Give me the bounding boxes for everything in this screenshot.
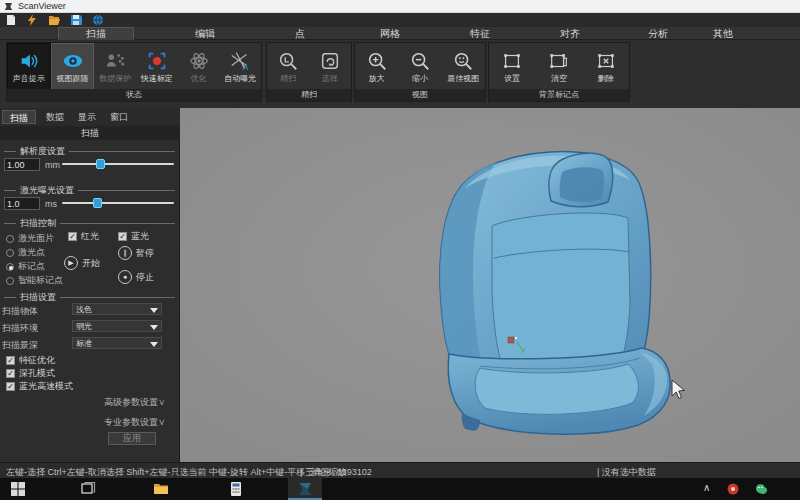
best-view-button[interactable]: 最佳视图: [442, 43, 485, 90]
open-folder-icon[interactable]: [48, 14, 60, 26]
scan-depth-dropdown[interactable]: 标准: [72, 337, 162, 349]
resolution-slider[interactable]: [62, 158, 174, 170]
file-explorer-icon[interactable]: [153, 481, 169, 497]
slider-handle[interactable]: [96, 159, 105, 169]
scanviewer-taskbar-button[interactable]: [288, 478, 322, 500]
radio-dot: [6, 263, 14, 271]
checkbox-deep-hole-mode[interactable]: ✓深孔模式: [6, 367, 55, 380]
new-file-icon[interactable]: [5, 14, 17, 26]
resolution-unit: mm: [45, 160, 60, 170]
radio-laser-point[interactable]: 激光点: [6, 246, 45, 259]
tab-analyze[interactable]: 分析: [648, 27, 668, 40]
scan-environment-dropdown[interactable]: 弱光: [72, 320, 162, 332]
users-icon: [104, 50, 126, 72]
tab-feature[interactable]: 特征: [470, 27, 490, 40]
tray-chevron-icon[interactable]: ∧: [703, 482, 710, 493]
zoom-in-button[interactable]: 放大: [355, 43, 398, 90]
app-title: ScanViewer: [18, 1, 66, 11]
chevron-down-icon: ∨: [158, 417, 166, 427]
quick-access-toolbar: [0, 13, 800, 27]
svg-text:A: A: [243, 63, 249, 72]
radio-smart-marker[interactable]: 智能标记点: [6, 274, 63, 287]
radio-dot: [6, 235, 14, 243]
speaker-icon: [18, 50, 40, 72]
view-follow-button[interactable]: 视图跟随: [51, 43, 95, 90]
checkbox-red-light[interactable]: ✓红光: [68, 230, 99, 243]
scan-settings-section-header: 扫描设置: [4, 292, 175, 302]
dropdown-arrow-icon: [150, 308, 158, 313]
device-globe-icon[interactable]: [92, 14, 104, 26]
status-bar: 左键-选择 Ctrl+左键-取消选择 Shift+左键-只选当前 中键-旋转 A…: [0, 462, 800, 478]
lightning-icon[interactable]: [26, 14, 38, 26]
stop-icon: ●: [118, 270, 132, 284]
slider-track: [62, 163, 174, 165]
app-logo-icon: [4, 2, 13, 11]
scanviewer-app-icon: [297, 481, 313, 497]
panel-tab-display[interactable]: 显示: [72, 110, 102, 124]
fine-scan-button[interactable]: 精扫: [267, 43, 309, 90]
marker-settings-button[interactable]: 设置: [489, 43, 536, 90]
zoom-out-button[interactable]: 缩小: [398, 43, 441, 90]
checkbox-feature-optimize[interactable]: ✓特征优化: [6, 354, 55, 367]
group-label-view: 视图: [355, 89, 485, 101]
3d-viewport[interactable]: y: [180, 108, 800, 462]
checkmark-icon: ✓: [118, 232, 127, 241]
checkbox-blue-light[interactable]: ✓蓝光: [118, 230, 149, 243]
resolution-section-header: 解析度设置: [4, 146, 175, 156]
tab-edit[interactable]: 编辑: [195, 27, 215, 40]
pause-scan-button[interactable]: ∥暂停: [118, 246, 154, 260]
radio-dot: [6, 249, 14, 257]
tab-other[interactable]: 其他: [713, 27, 733, 40]
tab-mesh[interactable]: 网格: [380, 27, 400, 40]
ribbon-group-fine-scan: 精扫 选择 精扫: [266, 42, 352, 102]
task-view-icon[interactable]: [80, 481, 96, 497]
advanced-params-link[interactable]: 高级参数设置∨: [104, 396, 166, 409]
seat-model[interactable]: [440, 152, 670, 435]
pro-params-link[interactable]: 专业参数设置∨: [104, 416, 166, 429]
panel-tab-scan[interactable]: 扫描: [2, 110, 36, 124]
exposure-unit: ms: [45, 199, 57, 209]
save-icon[interactable]: [70, 14, 82, 26]
tab-points[interactable]: 点: [295, 27, 305, 40]
windows-start-icon[interactable]: [10, 481, 26, 497]
slider-handle[interactable]: [93, 198, 102, 208]
marker-clear-button[interactable]: 清空: [536, 43, 583, 90]
start-scan-button[interactable]: ▶开始: [64, 256, 100, 270]
scan-environment-label: 扫描环境: [2, 322, 38, 335]
frame-markers-icon: [501, 50, 523, 72]
scan-object-label: 扫描物体: [2, 305, 38, 318]
stop-scan-button[interactable]: ●停止: [118, 270, 154, 284]
tray-green-icon[interactable]: [755, 483, 767, 495]
auto-exposure-button[interactable]: A 自动曝光: [219, 43, 261, 90]
group-label-status: 状态: [7, 89, 261, 101]
radio-marker-point[interactable]: 标记点: [6, 260, 45, 273]
exposure-slider[interactable]: [62, 197, 174, 209]
zoom-in-icon: [366, 50, 388, 72]
fine-scan-magnifier-icon: [277, 50, 299, 72]
tray-red-icon[interactable]: [727, 483, 739, 495]
frame-trash-icon: [548, 50, 570, 72]
calibration-target-icon: [146, 50, 168, 72]
radio-laser-patch[interactable]: 激光面片: [6, 232, 54, 245]
calculator-icon[interactable]: [228, 481, 244, 497]
exposure-input[interactable]: [4, 197, 40, 210]
optimize-button[interactable]: 优化: [178, 43, 220, 90]
tab-align[interactable]: 对齐: [560, 27, 580, 40]
scan-panel: 扫描 数据 显示 窗口 扫描 解析度设置 mm 激光曝光设置 ms: [0, 108, 180, 462]
checkbox-blue-highspeed-mode[interactable]: ✓蓝光高速模式: [6, 380, 73, 393]
panel-tab-window[interactable]: 窗口: [104, 110, 134, 124]
select-button[interactable]: 选择: [309, 43, 351, 90]
panel-tab-data[interactable]: 数据: [40, 110, 70, 124]
tab-scan[interactable]: 扫描: [86, 27, 106, 40]
resolution-input[interactable]: [4, 158, 40, 171]
sound-prompt-button[interactable]: 声音提示: [7, 43, 51, 90]
panel-tab-row: 扫描 数据 显示 窗口: [0, 108, 180, 126]
marker-delete-button[interactable]: 删除: [582, 43, 629, 90]
quick-calibration-button[interactable]: 快速标定: [136, 43, 178, 90]
exposure-section-header: 激光曝光设置: [4, 185, 175, 195]
play-icon: ▶: [64, 256, 78, 270]
apply-button[interactable]: 应用: [108, 432, 156, 445]
ribbon-group-view: 放大 缩小 最佳视图 视图: [354, 42, 486, 102]
scan-object-dropdown[interactable]: 浅色: [72, 303, 162, 315]
data-protection-button[interactable]: 数据保护: [94, 43, 136, 90]
